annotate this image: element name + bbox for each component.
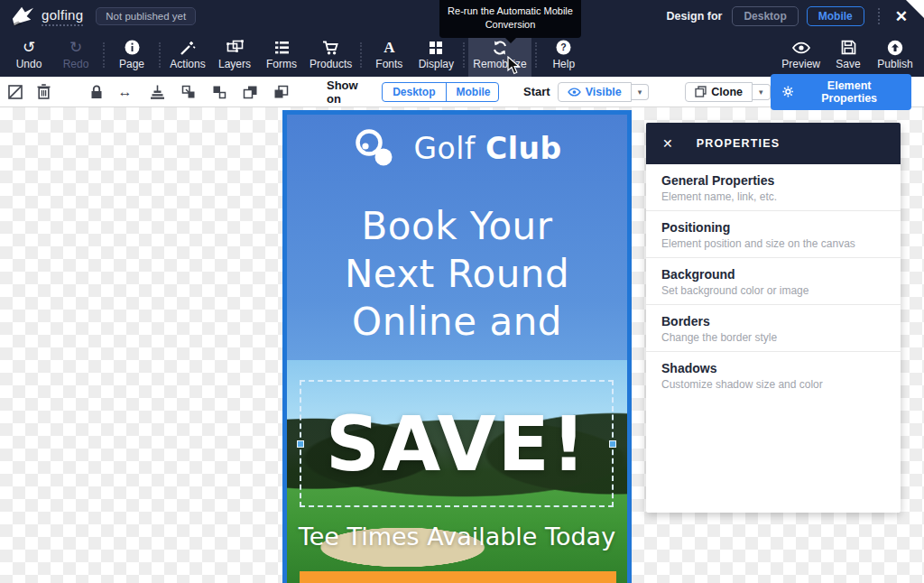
toolbar-divider	[535, 42, 537, 68]
design-for-mobile-button[interactable]: Mobile	[807, 6, 864, 26]
save-headline-text[interactable]: SAVE!	[326, 400, 588, 488]
layers-icon	[226, 40, 244, 56]
show-on-toggle: Desktop Mobile	[382, 82, 499, 102]
selected-element-outline[interactable]: SAVE!	[300, 380, 614, 507]
align-center-icon[interactable]	[150, 84, 165, 99]
design-for-desktop-button[interactable]: Desktop	[732, 6, 798, 26]
corner-fold	[906, 0, 924, 18]
properties-panel-header: ✕ PROPERTIES	[646, 123, 901, 164]
show-on-mobile-button[interactable]: Mobile	[446, 83, 500, 101]
page-info-icon	[125, 40, 140, 56]
preview-eye-icon	[792, 40, 810, 56]
app-logo-icon	[11, 5, 34, 27]
element-toolbar: ↔ Show on Desktop Mobile Start Visible ▾	[0, 77, 924, 107]
start-visibility-dropdown[interactable]: Visible ▾	[558, 82, 650, 102]
editor-canvas[interactable]: Golf Club Book Your Next Round Online an…	[0, 107, 924, 583]
clone-copy-icon	[695, 86, 707, 97]
section-shadows[interactable]: Shadows Customize shadow size and color	[646, 352, 901, 398]
send-to-back-icon[interactable]	[273, 84, 289, 99]
golf-club-logo-icon	[352, 127, 399, 169]
section-background[interactable]: Background Set background color or image	[646, 258, 901, 305]
shopping-cart-icon	[322, 40, 339, 56]
forms-button[interactable]: Forms	[258, 32, 305, 77]
panel-title: PROPERTIES	[697, 137, 781, 150]
undo-button[interactable]: ↺ Undo	[5, 32, 52, 77]
bring-to-front-icon[interactable]	[243, 84, 258, 99]
app-window: golfing Not published yet Design for Des…	[0, 0, 924, 583]
display-button[interactable]: Display	[412, 32, 459, 77]
products-button[interactable]: Products	[305, 32, 356, 77]
logo-text: Golf Club	[413, 131, 561, 166]
design-for-label: Design for	[667, 10, 723, 23]
resize-handle-left[interactable]	[297, 440, 304, 448]
visibility-caret[interactable]: ▾	[632, 84, 650, 100]
show-on-label: Show on	[327, 79, 374, 106]
tee-times-text[interactable]: Tee Times Available Today	[287, 523, 627, 551]
properties-panel: ✕ PROPERTIES General Properties Element …	[646, 123, 901, 513]
remobilize-button[interactable]: Remobilize	[468, 32, 531, 77]
horizontal-resize-icon[interactable]: ↔	[117, 84, 133, 99]
cta-button[interactable]	[300, 571, 616, 583]
remobilize-tooltip: Re-run the Automatic Mobile Conversion	[439, 0, 581, 38]
project-name[interactable]: golfing	[42, 7, 83, 26]
toolbar-divider	[360, 42, 362, 68]
toolbar-divider	[463, 42, 465, 68]
resize-handle-right[interactable]	[609, 440, 616, 448]
fonts-button[interactable]: A Fonts	[365, 32, 412, 77]
topbar-divider	[878, 8, 880, 24]
preview-button[interactable]: Preview	[777, 32, 825, 77]
panel-close-icon[interactable]: ✕	[662, 136, 673, 151]
bring-forward-icon[interactable]	[180, 84, 196, 99]
element-properties-button[interactable]: Element Properties	[771, 74, 911, 110]
display-grid-icon	[429, 40, 443, 56]
publish-status-badge: Not published yet	[96, 7, 196, 25]
help-button[interactable]: ? Help	[541, 32, 587, 77]
actions-button[interactable]: Actions	[164, 32, 211, 77]
mobile-page-preview[interactable]: Golf Club Book Your Next Round Online an…	[282, 110, 632, 583]
save-button[interactable]: Save	[825, 32, 872, 77]
send-backward-icon[interactable]	[211, 84, 226, 99]
page-logo[interactable]: Golf Club	[287, 127, 627, 169]
help-icon: ?	[556, 40, 571, 56]
section-borders[interactable]: Borders Change the border style	[646, 305, 901, 352]
svg-text:?: ?	[561, 42, 567, 52]
toolbar-divider	[103, 42, 105, 68]
clone-caret[interactable]: ▾	[753, 84, 771, 100]
main-toolbar: ↺ Undo ↻ Redo Page Actions Layers	[0, 32, 924, 77]
forms-list-icon	[274, 40, 290, 56]
page-headline[interactable]: Book Your Next Round Online and	[321, 203, 593, 347]
no-fill-icon[interactable]	[7, 84, 23, 99]
section-positioning[interactable]: Positioning Element position and size on…	[646, 211, 901, 258]
show-on-desktop-button[interactable]: Desktop	[383, 83, 445, 101]
redo-button[interactable]: ↻ Redo	[52, 32, 99, 77]
gear-icon	[782, 86, 794, 97]
layers-button[interactable]: Layers	[211, 32, 258, 77]
toolbar-divider	[159, 42, 161, 68]
visible-eye-icon	[568, 88, 581, 97]
fonts-icon: A	[383, 40, 394, 56]
save-floppy-icon	[841, 40, 856, 56]
delete-trash-icon[interactable]	[36, 84, 51, 99]
undo-icon: ↺	[23, 40, 35, 56]
section-general-properties[interactable]: General Properties Element name, link, e…	[646, 164, 901, 211]
clone-button[interactable]: Clone ▾	[685, 82, 770, 102]
lock-icon[interactable]	[88, 84, 104, 99]
publish-button[interactable]: Publish	[872, 32, 919, 77]
publish-cloud-icon	[887, 40, 903, 56]
redo-icon: ↻	[69, 40, 82, 56]
page-button[interactable]: Page	[108, 32, 155, 77]
start-label: Start	[523, 85, 550, 98]
magic-wand-icon	[180, 40, 196, 56]
